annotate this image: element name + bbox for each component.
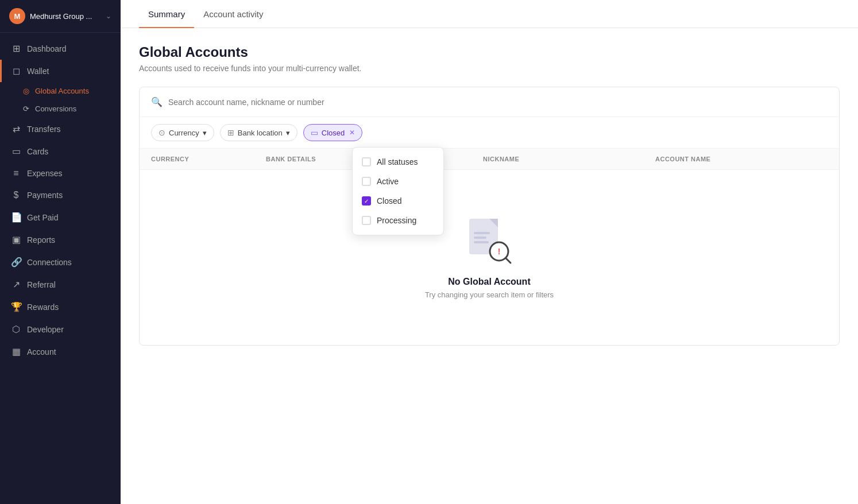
- status-icon: ▭: [311, 128, 318, 137]
- dropdown-item-processing[interactable]: Processing: [353, 211, 443, 230]
- bank-location-filter-label: Bank location: [238, 129, 283, 137]
- conversions-icon: ⟳: [23, 104, 29, 113]
- active-label: Active: [377, 177, 399, 186]
- sidebar-item-label: Get Paid: [27, 213, 58, 222]
- main-content: Summary Account activity Global Accounts…: [121, 0, 858, 504]
- empty-state: ! No Global Account Try changing your se…: [140, 170, 839, 345]
- sidebar-item-payments[interactable]: $ Payments: [0, 184, 121, 206]
- sidebar-item-conversions[interactable]: ⟳ Conversions: [0, 100, 121, 118]
- reports-icon: ▣: [11, 234, 21, 245]
- currency-filter-label: Currency: [169, 129, 199, 137]
- sidebar-item-label: Account: [27, 347, 56, 356]
- sidebar: M Medhurst Group ... ⌄ ⊞ Dashboard ◻ Wal…: [0, 0, 121, 504]
- company-chevron-icon: ⌄: [106, 12, 111, 20]
- currency-filter-button[interactable]: ⊙ Currency ▾: [151, 124, 214, 141]
- sidebar-item-label: Wallet: [27, 67, 49, 76]
- tab-account-activity[interactable]: Account activity: [194, 0, 272, 28]
- get-paid-icon: 📄: [11, 212, 21, 223]
- search-bar: 🔍: [140, 87, 839, 117]
- connections-icon: 🔗: [11, 257, 21, 267]
- all-statuses-label: All statuses: [377, 157, 418, 166]
- sidebar-item-label: Payments: [27, 191, 63, 200]
- sidebar-subitem-label: Conversions: [35, 104, 76, 113]
- svg-line-7: [506, 258, 511, 263]
- sidebar-item-label: Dashboard: [27, 44, 67, 53]
- sidebar-item-label: Referral: [27, 280, 56, 289]
- tabs: Summary Account activity: [139, 0, 840, 28]
- all-statuses-checkbox[interactable]: [362, 157, 371, 166]
- sidebar-header[interactable]: M Medhurst Group ... ⌄: [0, 0, 121, 33]
- col-header-account-name: ACCOUNT NAME: [655, 156, 828, 162]
- search-input[interactable]: [168, 98, 828, 107]
- account-icon: ▦: [11, 346, 21, 357]
- currency-chevron-icon: ▾: [203, 129, 207, 137]
- sidebar-item-expenses[interactable]: ≡ Expenses: [0, 162, 121, 184]
- sidebar-item-get-paid[interactable]: 📄 Get Paid: [0, 206, 121, 228]
- sidebar-item-account[interactable]: ▦ Account: [0, 340, 121, 363]
- svg-rect-2: [474, 232, 490, 234]
- sidebar-nav: ⊞ Dashboard ◻ Wallet ◎ Global Accounts ⟳…: [0, 33, 121, 504]
- sidebar-item-wallet[interactable]: ◻ Wallet: [0, 60, 121, 82]
- bank-icon: ⊞: [227, 128, 234, 137]
- sidebar-item-reports[interactable]: ▣ Reports: [0, 228, 121, 251]
- status-filter-label: Closed: [322, 129, 345, 137]
- closed-label: Closed: [377, 196, 402, 206]
- empty-state-subtitle: Try changing your search item or filters: [425, 290, 554, 299]
- status-dropdown: All statuses Active ✓ Closed Processing: [352, 147, 444, 235]
- tab-summary[interactable]: Summary: [139, 0, 194, 28]
- bank-location-filter-button[interactable]: ⊞ Bank location ▾: [220, 124, 297, 141]
- status-filter-clear-icon[interactable]: ✕: [349, 129, 355, 137]
- expenses-icon: ≡: [11, 168, 21, 179]
- sidebar-subitem-label: Global Accounts: [35, 87, 89, 95]
- sidebar-item-label: Developer: [27, 325, 64, 334]
- page-title: Global Accounts: [139, 44, 840, 60]
- dropdown-item-all-statuses[interactable]: All statuses: [353, 152, 443, 172]
- sidebar-item-cards[interactable]: ▭ Cards: [0, 140, 121, 162]
- sidebar-item-label: Transfers: [27, 125, 61, 134]
- developer-icon: ⬡: [11, 324, 21, 335]
- sidebar-item-connections[interactable]: 🔗 Connections: [0, 251, 121, 273]
- processing-label: Processing: [377, 216, 416, 225]
- empty-illustration: !: [463, 216, 515, 267]
- bank-location-chevron-icon: ▾: [286, 129, 290, 137]
- filter-row: ⊙ Currency ▾ ⊞ Bank location ▾ ▭ Closed …: [140, 117, 839, 149]
- transfers-icon: ⇄: [11, 123, 21, 134]
- currency-icon: ⊙: [159, 128, 165, 137]
- closed-checkbox[interactable]: ✓: [362, 196, 371, 206]
- cards-icon: ▭: [11, 146, 21, 157]
- payments-icon: $: [11, 190, 21, 200]
- accounts-table-card: 🔍 ⊙ Currency ▾ ⊞ Bank location ▾ ▭ Close…: [139, 87, 840, 346]
- processing-checkbox[interactable]: [362, 216, 371, 225]
- sidebar-item-label: Reports: [27, 235, 55, 245]
- sidebar-item-rewards[interactable]: 🏆 Rewards: [0, 296, 121, 318]
- sidebar-item-developer[interactable]: ⬡ Developer: [0, 318, 121, 340]
- svg-text:!: !: [498, 247, 501, 256]
- dashboard-icon: ⊞: [11, 43, 21, 54]
- status-filter-button[interactable]: ▭ Closed ✕: [303, 124, 362, 141]
- svg-rect-4: [474, 241, 489, 243]
- top-bar: Summary Account activity: [121, 0, 858, 28]
- sidebar-item-transfers[interactable]: ⇄ Transfers: [0, 118, 121, 140]
- dropdown-item-active[interactable]: Active: [353, 172, 443, 191]
- page-subtitle: Accounts used to receive funds into your…: [139, 64, 840, 73]
- sidebar-item-dashboard[interactable]: ⊞ Dashboard: [0, 37, 121, 60]
- sidebar-item-global-accounts[interactable]: ◎ Global Accounts: [0, 82, 121, 100]
- dropdown-item-closed[interactable]: ✓ Closed: [353, 191, 443, 211]
- search-icon: 🔍: [151, 96, 163, 107]
- company-logo: M: [9, 8, 25, 24]
- referral-icon: ↗: [11, 279, 21, 290]
- sidebar-item-label: Rewards: [27, 303, 59, 312]
- rewards-icon: 🏆: [11, 301, 21, 312]
- global-accounts-icon: ◎: [23, 87, 29, 95]
- company-name: Medhurst Group ...: [30, 12, 101, 21]
- wallet-icon: ◻: [11, 65, 21, 76]
- sidebar-item-referral[interactable]: ↗ Referral: [0, 273, 121, 296]
- sidebar-item-label: Cards: [27, 147, 48, 156]
- sidebar-item-label: Expenses: [27, 169, 62, 178]
- sidebar-item-label: Connections: [27, 258, 72, 267]
- svg-rect-3: [474, 237, 486, 239]
- col-header-nickname: NICKNAME: [483, 156, 655, 162]
- active-checkbox[interactable]: [362, 177, 371, 186]
- col-header-currency: CURRENCY: [151, 156, 266, 162]
- empty-state-title: No Global Account: [448, 277, 530, 287]
